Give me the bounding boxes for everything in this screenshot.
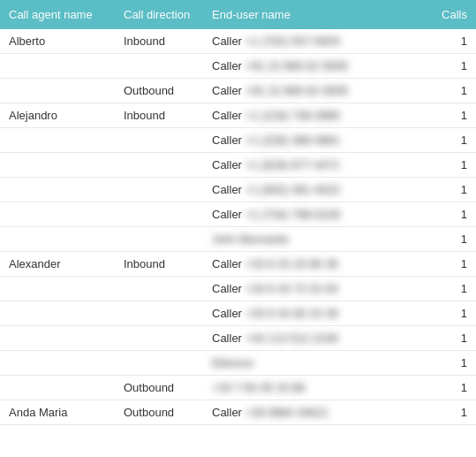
enduser-caller-label: Caller (212, 183, 246, 196)
cell-calls: 1 (433, 128, 476, 153)
table-row: Caller +91 22 866 62 00091 (0, 54, 476, 79)
cell-agent: Alejandro (0, 103, 115, 128)
cell-enduser: Caller +1 (702) 557-0003 (203, 29, 433, 54)
enduser-number: +33 6 44 80 24 39 (246, 307, 338, 320)
cell-calls: 1 (433, 252, 476, 277)
cell-enduser: Caller +1 (734) 798-0228 (203, 202, 433, 227)
cell-enduser: Caller +91 22 866 62 0009 (203, 54, 433, 79)
enduser-caller-label: Caller (212, 133, 246, 147)
cell-agent (0, 178, 115, 202)
table-row: Caller +1 (228) 388-48811 (0, 128, 476, 153)
cell-direction: Inbound (115, 29, 203, 54)
cell-direction: Outbound (115, 79, 203, 103)
cell-agent (0, 301, 115, 326)
calls-table: Call agent name Call direction End-user … (0, 0, 476, 425)
cell-calls: 1 (433, 301, 476, 326)
cell-enduser: Caller +1 (218) 738-2880 (203, 103, 433, 128)
cell-agent (0, 351, 115, 376)
cell-calls: 1 (433, 178, 476, 202)
cell-direction (115, 178, 203, 202)
cell-agent (0, 153, 115, 178)
cell-enduser: Caller +1 (228) 388-4881 (203, 128, 433, 153)
header-agent: Call agent name (0, 0, 115, 29)
cell-agent (0, 79, 115, 103)
enduser-caller-label: Caller (212, 307, 246, 320)
table-row: Caller +44 113 512 22481 (0, 326, 476, 351)
cell-direction: Inbound (115, 252, 203, 277)
table-row: Caller +1 (818) 877-44711 (0, 153, 476, 178)
enduser-number: +1 (818) 877-4471 (246, 158, 340, 171)
table-row: Caller +1 (602) 381-40221 (0, 178, 476, 202)
cell-calls: 1 (433, 29, 476, 54)
cell-calls: 1 (433, 79, 476, 103)
cell-calls: 1 (433, 376, 476, 400)
cell-calls: 1 (433, 54, 476, 79)
cell-direction: Outbound (115, 376, 203, 400)
table-row: AlbertoInboundCaller +1 (702) 557-00031 (0, 29, 476, 54)
cell-enduser: John Blumante (203, 227, 433, 252)
cell-direction (115, 277, 203, 301)
enduser-number: +1 (602) 381-4022 (246, 183, 340, 196)
cell-enduser: Caller +44 113 512 2248 (203, 326, 433, 351)
enduser-number: +91 22 866 62 0009 (246, 84, 348, 97)
enduser-number: +39 0884 34621 (246, 406, 329, 419)
cell-direction: Outbound (115, 400, 203, 425)
enduser-name: John Blumante (212, 232, 289, 246)
cell-agent (0, 54, 115, 79)
cell-calls: 1 (433, 351, 476, 376)
cell-agent: Alberto (0, 29, 115, 54)
cell-direction: Inbound (115, 103, 203, 128)
table-row: John Blumante1 (0, 227, 476, 252)
table-row: Caller +33 6 44 80 24 391 (0, 301, 476, 326)
cell-calls: 1 (433, 400, 476, 425)
cell-agent (0, 202, 115, 227)
enduser-caller-label: Caller (212, 158, 246, 171)
cell-agent: Alexander (0, 252, 115, 277)
cell-agent (0, 128, 115, 153)
enduser-caller-label: Caller (212, 59, 246, 72)
cell-direction (115, 227, 203, 252)
table-row: AlexanderInboundCaller +33 6 25 20 86 36… (0, 252, 476, 277)
table-row: Caller +1 (734) 798-02281 (0, 202, 476, 227)
enduser-caller-label: Caller (212, 257, 246, 270)
enduser-number: +1 (734) 798-0228 (246, 208, 340, 221)
enduser-caller-label: Caller (212, 208, 246, 221)
enduser-caller-label: Caller (212, 34, 246, 48)
cell-direction (115, 128, 203, 153)
cell-agent (0, 376, 115, 400)
header-direction: Call direction (115, 0, 203, 29)
cell-calls: 1 (433, 277, 476, 301)
cell-direction (115, 351, 203, 376)
cell-calls: 1 (433, 103, 476, 128)
enduser-caller-label: Caller (212, 84, 246, 97)
cell-direction (115, 326, 203, 351)
cell-enduser: Caller +1 (818) 877-4471 (203, 153, 433, 178)
cell-agent (0, 227, 115, 252)
header-enduser: End-user name (203, 0, 433, 29)
cell-enduser: +33 7 60 45 33 88 (203, 376, 433, 400)
table-row: Outbound+33 7 60 45 33 881 (0, 376, 476, 400)
cell-enduser: Caller +1 (602) 381-4022 (203, 178, 433, 202)
table-row: OutboundCaller +91 22 866 62 00091 (0, 79, 476, 103)
cell-enduser: Caller +33 6 25 20 86 36 (203, 252, 433, 277)
enduser-name: Eléonce (212, 356, 253, 369)
cell-calls: 1 (433, 227, 476, 252)
enduser-number: +1 (702) 557-0003 (246, 34, 340, 48)
enduser-caller-label: Caller (212, 109, 246, 122)
table-row: Caller +33 6 43 72 52 831 (0, 277, 476, 301)
enduser-number: +33 6 25 20 86 36 (246, 257, 338, 270)
cell-agent: Anda Maria (0, 400, 115, 425)
cell-direction (115, 153, 203, 178)
enduser-number: +91 22 866 62 0009 (246, 59, 348, 72)
enduser-number: +1 (218) 738-2880 (246, 109, 340, 122)
cell-calls: 1 (433, 202, 476, 227)
enduser-caller-label: Caller (212, 406, 246, 419)
cell-enduser: Caller +33 6 43 72 52 83 (203, 277, 433, 301)
table-row: Eléonce1 (0, 351, 476, 376)
cell-direction (115, 202, 203, 227)
cell-calls: 1 (433, 153, 476, 178)
cell-enduser: Caller +39 0884 34621 (203, 400, 433, 425)
enduser-number: +44 113 512 2248 (246, 331, 338, 345)
enduser-number: +33 6 43 72 52 83 (246, 282, 338, 295)
enduser-number: +1 (228) 388-4881 (246, 133, 340, 147)
